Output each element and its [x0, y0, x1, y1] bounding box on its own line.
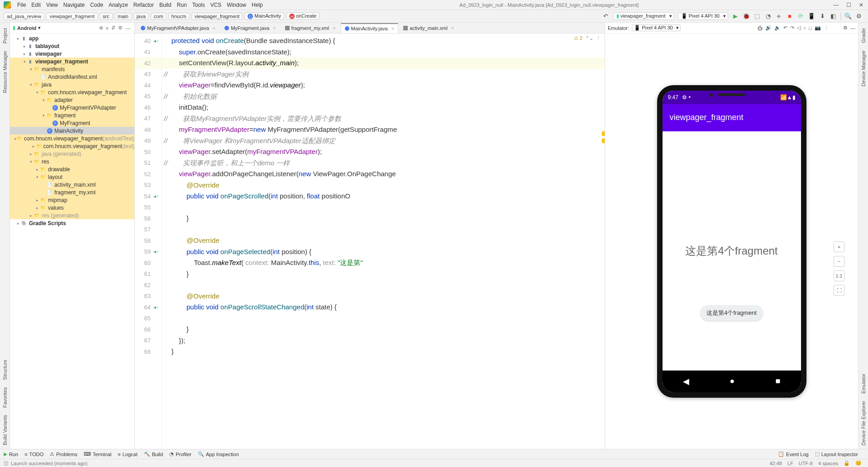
- crumb-hnucm[interactable]: hnucm: [168, 13, 190, 20]
- tab-myfragmentvpadapter[interactable]: MyFragmentVPAdapter.java×: [137, 23, 219, 33]
- code-editor[interactable]: protected void onCreate(Bundle savedInst…: [162, 34, 605, 449]
- chevron-down-icon[interactable]: ▾: [38, 25, 41, 31]
- override-gutter-icon[interactable]: ●↑: [154, 39, 159, 43]
- stop-icon[interactable]: ■: [786, 12, 794, 20]
- minimize-button[interactable]: —: [833, 2, 839, 8]
- maximize-button[interactable]: ☐: [845, 2, 852, 8]
- tool-device-explorer[interactable]: Device File Explorer: [861, 401, 866, 445]
- nav-back-icon[interactable]: ◀: [683, 376, 689, 386]
- lock-icon[interactable]: 🔒: [844, 460, 850, 466]
- volume-down-icon[interactable]: 🔉: [774, 25, 781, 31]
- tab-fragment-my-xml[interactable]: fragment_my.xml×: [281, 23, 340, 33]
- screenshot-icon[interactable]: 📷: [815, 25, 821, 31]
- resource-icon[interactable]: ◧: [829, 12, 837, 20]
- hide-icon[interactable]: —: [125, 25, 130, 31]
- collapse-icon[interactable]: ⇵: [111, 25, 115, 31]
- menu-edit[interactable]: Edit: [29, 1, 43, 9]
- run-button-icon[interactable]: ▶: [731, 12, 739, 20]
- emu-hide-icon[interactable]: —: [850, 25, 855, 31]
- zoom-in-button[interactable]: +: [834, 241, 844, 252]
- tool-device-manager[interactable]: Device Manager: [861, 50, 866, 87]
- home-emu-icon[interactable]: ○: [803, 25, 806, 31]
- more-icon[interactable]: ⋮: [596, 35, 601, 41]
- chevron-up-down-icon[interactable]: ⌃⌄: [585, 35, 593, 41]
- menu-file[interactable]: File: [14, 1, 29, 9]
- zoom-reset-button[interactable]: ⛶: [834, 285, 844, 296]
- tool-run[interactable]: ▶Run: [4, 451, 18, 457]
- menu-code[interactable]: Code: [87, 1, 106, 9]
- settings-icon[interactable]: ⚙: [855, 12, 863, 20]
- rotate-right-icon[interactable]: ↷: [790, 25, 794, 31]
- sdk-icon[interactable]: ⬇: [818, 12, 826, 20]
- menu-help[interactable]: Help: [249, 1, 266, 9]
- editor-gutter[interactable]: 40●↑ 41 42 43 44 45 46 47 48 49 50 51 52…: [135, 34, 162, 449]
- menu-tools[interactable]: Tools: [190, 1, 208, 9]
- tool-build[interactable]: 🔨Build: [144, 451, 163, 457]
- project-view-selector[interactable]: Android: [17, 25, 36, 31]
- tool-terminal[interactable]: ⌨Terminal: [84, 451, 112, 457]
- tool-app-inspection[interactable]: 🔍App Inspection: [198, 451, 239, 457]
- gear-icon[interactable]: ⚙: [118, 25, 123, 31]
- tool-todo[interactable]: ≡TODO: [24, 452, 43, 457]
- tool-event-log[interactable]: 📋Event Log: [778, 451, 809, 457]
- sync-icon[interactable]: ⟳: [796, 12, 805, 20]
- tool-profiler[interactable]: ◔Profiler: [169, 451, 191, 457]
- menu-navigate[interactable]: Navigate: [61, 1, 87, 9]
- volume-up-icon[interactable]: 🔊: [765, 25, 772, 31]
- close-button[interactable]: ✕: [858, 2, 864, 8]
- tool-build-variants[interactable]: Build Variants: [2, 415, 8, 445]
- tool-project[interactable]: Project: [2, 28, 8, 43]
- tool-structure[interactable]: Structure: [2, 360, 8, 380]
- filter-icon[interactable]: ≡: [106, 25, 109, 31]
- tool-problems[interactable]: ⚠Problems: [50, 451, 77, 457]
- inspection-face-icon[interactable]: 😐: [855, 460, 862, 466]
- zoom-out-button[interactable]: −: [834, 256, 844, 267]
- avd-icon[interactable]: 📱: [807, 12, 816, 20]
- more-emu-icon[interactable]: ⋮: [824, 25, 829, 31]
- crumb-project[interactable]: ad_java_review: [4, 13, 44, 20]
- emulator-device-dropdown[interactable]: 📱 Pixel 4 API 30: [632, 24, 681, 31]
- emu-settings-icon[interactable]: ⚙: [843, 25, 848, 31]
- run-config-dropdown[interactable]: ▮viewpager_fragment: [613, 12, 674, 20]
- search-icon[interactable]: 🔍: [844, 12, 852, 20]
- indent-setting[interactable]: 4 spaces: [818, 461, 838, 466]
- crumb-main[interactable]: main: [114, 13, 132, 20]
- device-dropdown[interactable]: 📱Pixel 4 API 30: [678, 12, 729, 20]
- tool-layout-inspector[interactable]: ⬚Layout Inspector: [815, 451, 858, 457]
- debug-icon[interactable]: 🐞: [742, 12, 750, 20]
- target-icon[interactable]: ⊕: [99, 25, 103, 31]
- overview-emu-icon[interactable]: □: [809, 25, 812, 31]
- tab-mainactivity[interactable]: MainActivity.java×: [341, 23, 399, 33]
- cursor-position[interactable]: 42:48: [769, 461, 782, 466]
- menu-vcs[interactable]: VCS: [208, 1, 224, 9]
- file-encoding[interactable]: UTF-8: [799, 461, 813, 466]
- menu-refactor[interactable]: Refactor: [131, 1, 157, 9]
- line-separator[interactable]: LF: [787, 461, 793, 466]
- tool-emulator[interactable]: Emulator: [861, 374, 866, 394]
- tool-gradle[interactable]: Gradle: [861, 28, 866, 43]
- close-icon[interactable]: ×: [213, 25, 215, 31]
- menu-analyze[interactable]: Analyze: [106, 1, 131, 9]
- crumb-java[interactable]: java: [134, 13, 149, 20]
- back-emu-icon[interactable]: ◁: [797, 25, 801, 31]
- crumb-class[interactable]: CMainActivity: [244, 12, 284, 20]
- zoom-fit-button[interactable]: 1:1: [834, 270, 844, 281]
- attach-debugger-icon[interactable]: ⎆: [775, 12, 783, 20]
- crumb-src[interactable]: src: [100, 13, 113, 20]
- crumb-com[interactable]: com: [151, 13, 167, 20]
- warning-badge[interactable]: ⚠ 2: [574, 35, 582, 41]
- profile-icon[interactable]: ◔: [764, 12, 772, 20]
- project-tree[interactable]: ▸▮app ▸▮tablayout ▸▮viewpager ▾▮viewpage…: [10, 34, 134, 449]
- back-icon[interactable]: ↶: [602, 12, 610, 20]
- rotate-left-icon[interactable]: ↶: [783, 25, 787, 31]
- menu-run[interactable]: Run: [174, 1, 190, 9]
- tool-resource-manager[interactable]: Resource Manager: [2, 51, 8, 93]
- tab-activity-main-xml[interactable]: activity_main.xml×: [399, 23, 458, 33]
- coverage-icon[interactable]: ⬚: [753, 12, 761, 20]
- crumb-module[interactable]: viewpager_fragment: [46, 13, 98, 20]
- menu-window[interactable]: Window: [224, 1, 249, 9]
- menu-build[interactable]: Build: [157, 1, 174, 9]
- nav-home-icon[interactable]: ●: [730, 376, 735, 386]
- tool-favorites[interactable]: Favorites: [2, 387, 8, 408]
- menu-view[interactable]: View: [43, 1, 61, 9]
